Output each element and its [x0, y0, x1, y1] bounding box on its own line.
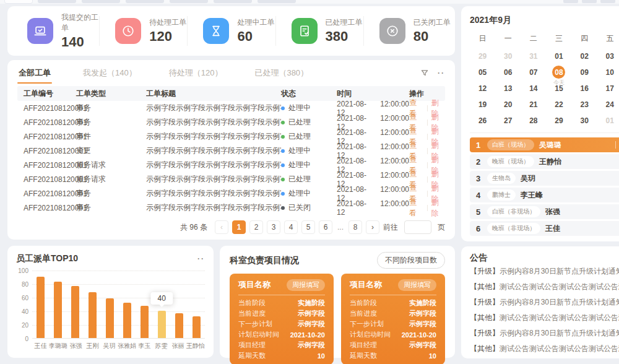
- calendar-day[interactable]: 30: [495, 48, 521, 64]
- bar[interactable]: [89, 292, 97, 338]
- filter-funnel-icon[interactable]: [420, 69, 429, 77]
- weekday-label: 五: [597, 31, 619, 46]
- more-icon[interactable]: ··: [197, 254, 205, 263]
- calendar-day[interactable]: 14: [521, 80, 546, 97]
- announcement-list: 【升级】示例内容8月30日新节点升级计划通知【其他】测试公告测试公告测试公告测试…: [470, 264, 619, 357]
- calendar-day[interactable]: 20: [495, 97, 521, 113]
- shift-row[interactable]: 3生物岛吴玥: [470, 171, 619, 186]
- delete-link[interactable]: 删除: [431, 197, 445, 219]
- top-tab[interactable]: [258, 0, 296, 3]
- bar[interactable]: [158, 311, 166, 338]
- bar[interactable]: [141, 306, 149, 338]
- calendar-day[interactable]: 10: [597, 64, 619, 80]
- shift-row[interactable]: 6晚班（非现场）王佳: [470, 221, 619, 236]
- announcement-item[interactable]: 【其他】测试公告测试公告测试公告测试公告测试公告: [470, 341, 619, 357]
- shift-row[interactable]: 4鹏博士李王峰: [470, 188, 619, 202]
- calendar-day[interactable]: 13: [495, 80, 521, 97]
- calendar-day[interactable]: 22: [546, 97, 571, 113]
- calendar-day[interactable]: 29: [546, 113, 571, 129]
- bar[interactable]: [123, 303, 131, 338]
- workorders-tab[interactable]: 已处理（380）: [253, 60, 310, 86]
- bar[interactable]: [71, 286, 79, 338]
- shift-row[interactable]: 2晚班（现场）王静怡: [470, 154, 619, 169]
- workorders-tab[interactable]: 我发起（140）: [82, 60, 138, 86]
- calendar-day[interactable]: 02: [572, 48, 597, 64]
- bar-slot: [170, 271, 188, 338]
- stage-project-count-button[interactable]: 不同阶段项目数: [377, 252, 445, 269]
- page-jump-input[interactable]: [404, 220, 431, 234]
- bar[interactable]: [54, 282, 62, 338]
- laptop-icon: [27, 18, 53, 44]
- page-button[interactable]: 2: [249, 220, 263, 234]
- top-tab[interactable]: [38, 0, 76, 3]
- calendar-day[interactable]: 01: [546, 48, 571, 64]
- shift-row[interactable]: 5白班（非现场）张强: [470, 204, 619, 219]
- top-control[interactable]: [582, 0, 597, 3]
- bar[interactable]: [37, 277, 45, 338]
- top-tab[interactable]: [5, 0, 32, 3]
- weekly-report-badge[interactable]: 周报填写: [398, 279, 436, 291]
- shift-type-badge: 白班（非现场）: [487, 206, 540, 217]
- status-dot-icon: [281, 192, 285, 196]
- calendar-day[interactable]: 28: [521, 113, 546, 129]
- announcement-item[interactable]: 【升级】示例内容8月30日新节点升级计划通知: [470, 326, 619, 341]
- announcement-text: 测试公告测试公告测试公告测试公告测试公告: [500, 344, 619, 353]
- cell-order-title: 示例字段示例字段示例字段示例字段示例字段: [146, 131, 281, 142]
- calendar-day[interactable]: 08今天: [546, 64, 571, 80]
- calendar-day[interactable]: 03: [597, 48, 619, 64]
- announcement-item[interactable]: 【升级】示例内容8月30日新节点升级计划通知: [470, 295, 619, 310]
- bar[interactable]: [106, 298, 114, 338]
- calendar-day[interactable]: 05: [470, 64, 495, 80]
- bar[interactable]: [175, 313, 183, 338]
- top-control[interactable]: [600, 0, 615, 3]
- page-button[interactable]: 8: [348, 220, 362, 234]
- top-control[interactable]: [563, 0, 578, 3]
- calendar-day[interactable]: 07: [521, 64, 546, 80]
- cell-order-title: 示例字段示例字段示例字段示例字段示例字段: [146, 188, 281, 199]
- cell-status: 处理中: [281, 188, 337, 199]
- calendar-day[interactable]: 29: [470, 48, 495, 64]
- page-button[interactable]: 5: [301, 220, 315, 234]
- calendar-day[interactable]: 12: [470, 80, 495, 97]
- calendar-day[interactable]: 19: [470, 97, 495, 113]
- page-button[interactable]: 4: [284, 220, 298, 234]
- cell-status: 已处理: [281, 131, 337, 142]
- calendar-day[interactable]: 31: [521, 48, 546, 64]
- field-value: 2021-10-20: [402, 331, 436, 339]
- project-card: 项目名称周报填写当前阶段实施阶段当前进度示例字段下一步计划示例字段计划启动时间2…: [341, 274, 445, 364]
- workorders-tab[interactable]: 待处理（120）: [168, 60, 224, 86]
- workorders-tab-bar: 全部工单我发起（140）待处理（120）已处理（380） ··: [17, 60, 445, 86]
- more-icon[interactable]: ··: [438, 69, 445, 77]
- next-page-button[interactable]: ›: [366, 220, 379, 234]
- calendar-day[interactable]: 23: [572, 97, 597, 113]
- top-right-controls: [563, 0, 619, 3]
- calendar-day[interactable]: 01: [597, 113, 619, 129]
- calendar-day[interactable]: 17: [597, 80, 619, 97]
- view-link[interactable]: 查看: [409, 197, 423, 219]
- prev-page-button[interactable]: ‹: [215, 220, 228, 234]
- shift-row[interactable]: 1白班（现场）吴璐璐: [470, 137, 619, 152]
- page-button[interactable]: 6: [319, 220, 332, 234]
- bar[interactable]: [193, 316, 201, 338]
- top-tab[interactable]: [126, 0, 164, 3]
- calendar-day[interactable]: 06: [495, 64, 521, 80]
- top-tab[interactable]: [82, 0, 120, 3]
- page-button[interactable]: 3: [267, 220, 280, 234]
- workorders-tab[interactable]: 全部工单: [17, 60, 52, 86]
- calendar-day[interactable]: 16: [572, 80, 597, 97]
- top-tab[interactable]: [170, 0, 208, 3]
- calendar-day[interactable]: 24: [597, 97, 619, 113]
- divider: [615, 141, 616, 149]
- announcement-item[interactable]: 【其他】测试公告测试公告测试公告测试公告测试公告: [470, 310, 619, 326]
- page-button[interactable]: 1: [232, 220, 246, 234]
- weekly-report-badge[interactable]: 周报填写: [287, 279, 325, 291]
- announcement-item[interactable]: 【其他】测试公告测试公告测试公告测试公告测试公告: [470, 279, 619, 295]
- calendar-day[interactable]: 21: [521, 97, 546, 113]
- calendar-day[interactable]: 26: [470, 113, 495, 129]
- top-tab[interactable]: [214, 0, 252, 3]
- calendar-day[interactable]: 09: [572, 64, 597, 80]
- calendar-day[interactable]: 30: [572, 113, 597, 129]
- calendar-day[interactable]: 27: [495, 113, 521, 129]
- announcement-item[interactable]: 【升级】示例内容8月30日新节点升级计划通知: [470, 264, 619, 279]
- divider: [238, 295, 325, 295]
